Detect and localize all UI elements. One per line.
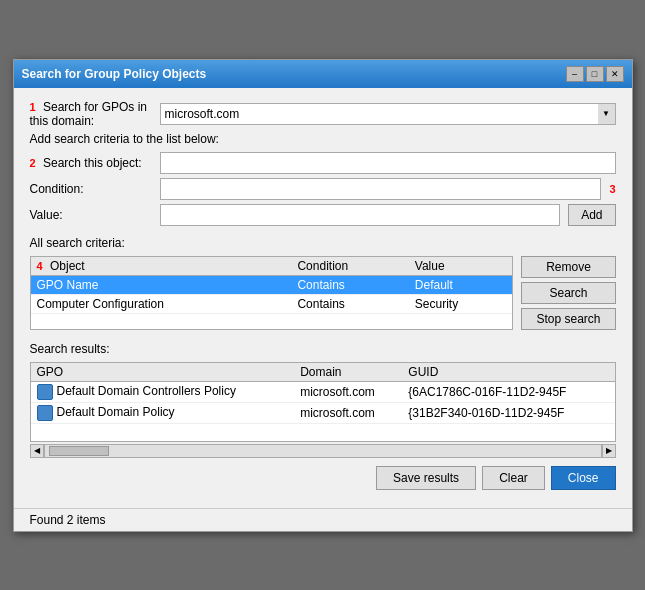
value-row: Value: Add	[30, 204, 616, 226]
domain-row: 1 Search for GPOs in this domain: ▼	[30, 100, 616, 128]
cell-gpo: Default Domain Controllers Policy	[31, 381, 295, 402]
table-row[interactable]: Computer Configuration Contains Security	[31, 294, 513, 313]
horizontal-scrollbar[interactable]	[44, 444, 602, 458]
cell-domain: microsoft.com	[294, 381, 402, 402]
all-criteria-label: All search criteria:	[30, 236, 616, 250]
add-criteria-label: Add search criteria to the list below:	[30, 132, 616, 146]
title-bar: Search for Group Policy Objects – □ ✕	[14, 60, 632, 88]
value-combo	[160, 204, 561, 226]
search-object-row: 2 Search this object: GPO Name Computer …	[30, 152, 616, 174]
value-label: Value:	[30, 208, 160, 222]
criteria-table-wrapper: 4 Object Condition Value GPO Name Contai…	[30, 256, 514, 330]
results-table-wrapper: GPO Domain GUID Default Domain Controlle…	[30, 362, 616, 442]
cell-object: Computer Configuration	[31, 294, 292, 313]
value-select[interactable]	[160, 204, 561, 226]
status-text: Found 2 items	[30, 513, 106, 527]
criteria-buttons: Remove Search Stop search	[521, 256, 615, 330]
gpo-icon	[37, 384, 53, 400]
cell-object: GPO Name	[31, 275, 292, 294]
domain-dropdown-button[interactable]: ▼	[598, 103, 616, 125]
search-button[interactable]: Search	[521, 282, 615, 304]
col-domain: Domain	[294, 363, 402, 382]
condition-label: Condition:	[30, 182, 160, 196]
cell-guid: {31B2F340-016D-11D2-945F	[402, 402, 614, 423]
scroll-left-button[interactable]: ◀	[30, 444, 44, 458]
cell-guid: {6AC1786C-016F-11D2-945F	[402, 381, 614, 402]
domain-input[interactable]	[160, 103, 616, 125]
cell-domain: microsoft.com	[294, 402, 402, 423]
table-row[interactable]: Default Domain Controllers Policy micros…	[31, 381, 615, 402]
status-bar: Found 2 items	[14, 508, 632, 531]
annotation-1: 1	[30, 101, 36, 113]
domain-label: 1 Search for GPOs in this domain:	[30, 100, 160, 128]
col-condition: Condition	[291, 257, 408, 276]
table-row[interactable]: Default Domain Policy microsoft.com {31B…	[31, 402, 615, 423]
title-bar-controls: – □ ✕	[566, 66, 624, 82]
col-guid: GUID	[402, 363, 614, 382]
criteria-area: 4 Object Condition Value GPO Name Contai…	[30, 256, 616, 330]
maximize-button[interactable]: □	[586, 66, 604, 82]
stop-search-button[interactable]: Stop search	[521, 308, 615, 330]
cell-condition: Contains	[291, 275, 408, 294]
condition-row: Condition: Contains Does not contain 3	[30, 178, 616, 200]
results-table: GPO Domain GUID Default Domain Controlle…	[31, 363, 615, 424]
remove-button[interactable]: Remove	[521, 256, 615, 278]
annotation-3: 3	[609, 183, 615, 195]
add-button[interactable]: Add	[568, 204, 615, 226]
cell-gpo: Default Domain Policy	[31, 402, 295, 423]
dialog-window: Search for Group Policy Objects – □ ✕ 1 …	[13, 59, 633, 532]
bottom-buttons: Save results Clear Close	[30, 466, 616, 490]
scrollbar-area: ◀ ▶	[30, 444, 616, 458]
table-row[interactable]: GPO Name Contains Default	[31, 275, 513, 294]
results-label: Search results:	[30, 342, 616, 356]
scroll-right-button[interactable]: ▶	[602, 444, 616, 458]
dialog-title: Search for Group Policy Objects	[22, 67, 207, 81]
criteria-table: 4 Object Condition Value GPO Name Contai…	[31, 257, 513, 314]
search-object-select[interactable]: GPO Name Computer Configuration	[160, 152, 616, 174]
dialog-body: 1 Search for GPOs in this domain: ▼ Add …	[14, 88, 632, 502]
save-results-button[interactable]: Save results	[376, 466, 476, 490]
condition-combo: Contains Does not contain	[160, 178, 602, 200]
annotation-2: 2	[30, 157, 36, 169]
gpo-icon	[37, 405, 53, 421]
col-value: Value	[409, 257, 513, 276]
clear-button[interactable]: Clear	[482, 466, 545, 490]
minimize-button[interactable]: –	[566, 66, 584, 82]
col-object: 4 Object	[31, 257, 292, 276]
cell-condition: Contains	[291, 294, 408, 313]
search-object-label: 2 Search this object:	[30, 156, 160, 170]
search-object-combo: GPO Name Computer Configuration	[160, 152, 616, 174]
cell-value: Default	[409, 275, 513, 294]
close-button[interactable]: ✕	[606, 66, 624, 82]
col-gpo: GPO	[31, 363, 295, 382]
close-button[interactable]: Close	[551, 466, 616, 490]
domain-combo-wrapper: ▼	[160, 103, 616, 125]
scroll-thumb[interactable]	[49, 446, 109, 456]
condition-select[interactable]: Contains Does not contain	[160, 178, 602, 200]
cell-value: Security	[409, 294, 513, 313]
results-area: Search results: GPO Domain GUID	[30, 342, 616, 458]
